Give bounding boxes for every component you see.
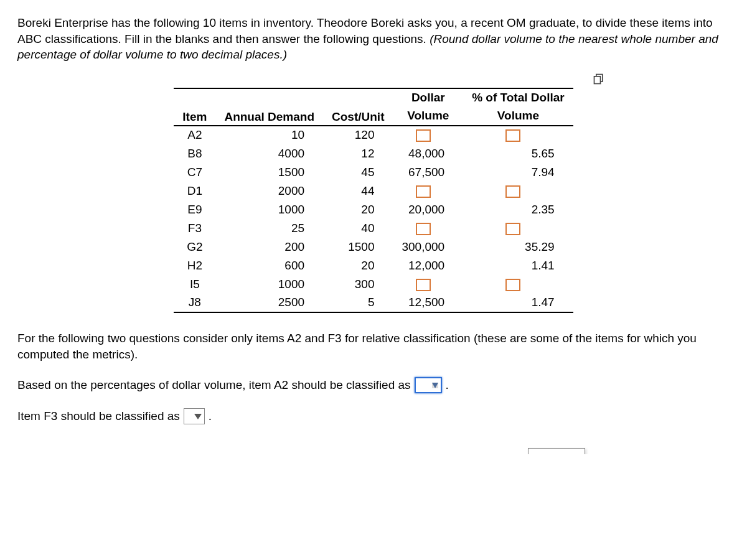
cell-dollar-volume: 20,000 (393, 200, 463, 219)
blank-input[interactable] (416, 185, 431, 198)
table-row: C715004567,5007.94 (174, 163, 573, 182)
cell-dollar-volume: 12,500 (393, 294, 463, 312)
cell-pct (463, 275, 573, 294)
col-dv-bot: Volume (393, 107, 463, 126)
cell-item: G2 (174, 238, 215, 256)
chevron-down-icon (432, 383, 438, 388)
cell-item: D1 (174, 182, 215, 200)
cell-demand: 600 (215, 256, 323, 275)
blank-input[interactable] (505, 223, 520, 235)
data-table-wrap: Item Annual Demand Cost/Unit Dollar % of… (17, 88, 730, 313)
table-row: D1200044 (174, 182, 573, 200)
col-pct-top: % of Total Dollar (463, 88, 573, 107)
cell-demand: 2500 (215, 294, 323, 312)
cell-cost: 45 (323, 163, 393, 182)
cell-item: I5 (174, 275, 215, 294)
blank-input[interactable] (505, 279, 520, 291)
question-f3: Item F3 should be classified as . (17, 408, 730, 424)
cell-demand: 1500 (215, 163, 323, 182)
problem-intro: Boreki Enterprise has the following 10 i… (17, 15, 730, 63)
table-row: F32540 (174, 219, 573, 238)
table-row: E910002020,0002.35 (174, 200, 573, 219)
table-row: B840001248,0005.65 (174, 144, 573, 163)
questions-block: Based on the percentages of dollar volum… (17, 377, 730, 424)
cell-item: F3 (174, 219, 215, 238)
cell-pct: 5.65 (463, 144, 573, 163)
col-dv-top: Dollar (393, 88, 463, 107)
cell-cost: 300 (323, 275, 393, 294)
cell-cost: 40 (323, 219, 393, 238)
cell-item: A2 (174, 126, 215, 144)
cell-cost: 20 (323, 256, 393, 275)
cell-demand: 1000 (215, 275, 323, 294)
cell-dollar-volume (393, 219, 463, 238)
cell-pct: 35.29 (463, 238, 573, 256)
svg-rect-1 (594, 77, 601, 84)
table-row: I51000300 (174, 275, 573, 294)
cell-cost: 1500 (323, 238, 393, 256)
copy-icon[interactable] (593, 73, 605, 88)
cell-pct (463, 219, 573, 238)
a2-select-options: A B C (528, 448, 585, 454)
table-row: A210120 (174, 126, 573, 144)
table-row: G22001500300,00035.29 (174, 238, 573, 256)
option-a[interactable]: A (529, 449, 585, 454)
cell-cost: 44 (323, 182, 393, 200)
blank-input[interactable] (416, 223, 431, 235)
chevron-down-icon (194, 414, 202, 419)
cell-pct: 7.94 (463, 163, 573, 182)
col-item: Item (174, 88, 215, 126)
blank-input[interactable] (416, 129, 431, 142)
blank-input[interactable] (505, 185, 520, 198)
cell-dollar-volume: 67,500 (393, 163, 463, 182)
blank-input[interactable] (416, 279, 431, 291)
cell-demand: 10 (215, 126, 323, 144)
cell-pct: 2.35 (463, 200, 573, 219)
cell-item: B8 (174, 144, 215, 163)
cell-cost: 20 (323, 200, 393, 219)
cell-pct: 1.47 (463, 294, 573, 312)
cell-demand: 4000 (215, 144, 323, 163)
cell-item: E9 (174, 200, 215, 219)
col-demand: Annual Demand (215, 88, 323, 126)
q1-text: Based on the percentages of dollar volum… (17, 378, 411, 392)
cell-demand: 2000 (215, 182, 323, 200)
q2-period: . (209, 409, 212, 423)
col-cost: Cost/Unit (323, 88, 393, 126)
q2-text: Item F3 should be classified as (17, 409, 180, 423)
cell-cost: 5 (323, 294, 393, 312)
cell-item: H2 (174, 256, 215, 275)
f3-class-select[interactable] (184, 408, 205, 424)
blank-input[interactable] (505, 129, 520, 142)
cell-item: J8 (174, 294, 215, 312)
cell-pct (463, 182, 573, 200)
col-pct-bot: Volume (463, 107, 573, 126)
post-text: For the following two questions consider… (17, 330, 730, 362)
q1-period: . (446, 378, 449, 392)
table-row: H26002012,0001.41 (174, 256, 573, 275)
cell-dollar-volume (393, 275, 463, 294)
inventory-table: Item Annual Demand Cost/Unit Dollar % of… (174, 88, 573, 313)
cell-item: C7 (174, 163, 215, 182)
cell-dollar-volume: 12,000 (393, 256, 463, 275)
cell-dollar-volume: 48,000 (393, 144, 463, 163)
cell-demand: 25 (215, 219, 323, 238)
cell-demand: 200 (215, 238, 323, 256)
cell-demand: 1000 (215, 200, 323, 219)
cell-pct: 1.41 (463, 256, 573, 275)
cell-pct (463, 126, 573, 144)
a2-class-select[interactable] (415, 377, 442, 393)
cell-cost: 12 (323, 144, 393, 163)
cell-cost: 120 (323, 126, 393, 144)
cell-dollar-volume (393, 182, 463, 200)
cell-dollar-volume (393, 126, 463, 144)
question-a2: Based on the percentages of dollar volum… (17, 377, 730, 393)
cell-dollar-volume: 300,000 (393, 238, 463, 256)
table-row: J82500512,5001.47 (174, 294, 573, 312)
